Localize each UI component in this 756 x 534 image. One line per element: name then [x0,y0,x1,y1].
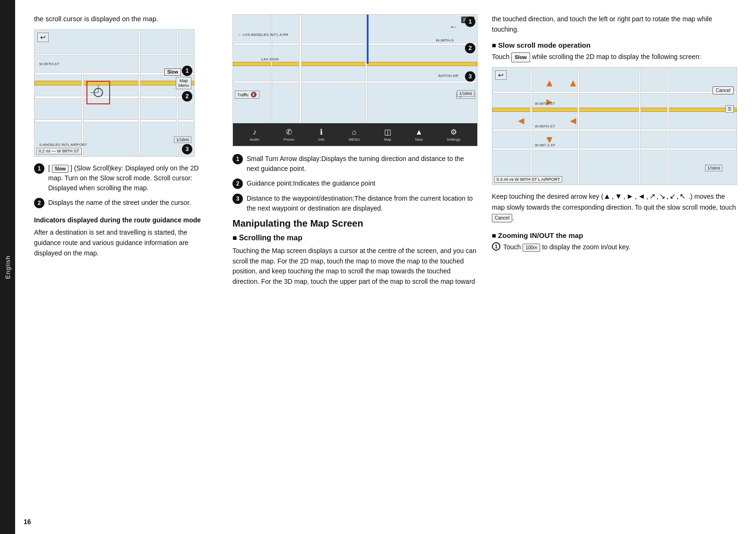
slow-scroll-text: Touch Slow while scrolling the 2D map to… [492,52,737,62]
zoom-circle-1: 1 [492,242,500,251]
bullet-2-text: Displays the name of the street under th… [48,198,191,208]
callout2-1: 1 [465,17,475,27]
bullet-2: 2 Displays the name of the street under … [34,198,214,208]
map-image-3: ↩ ▲ ▲ ► ◄ ▼ ◄ Cancel 1/16mi 0.3 mi vs W … [492,67,737,185]
col2-bullet-2-text: Guidance point:Indicates the guidance po… [247,178,375,188]
callout2-3: 3 [465,71,475,82]
col2-bullet-3: 3 Distance to the waypoint/destination:T… [232,194,478,213]
zoom-heading: Zooming IN/OUT the map [492,231,737,239]
column-3: the touched direction, and touch the lef… [492,14,737,515]
column-2: 250ft ← ← LOS ANGELES INT'L A RR W-98TH-… [232,14,478,515]
keep-touching-text: Keep touching the desired arrow key (▲,▼… [492,191,737,223]
callout2-2: 2 [465,43,475,53]
zoom-item-1: 1 Touch 100m to display the zoom in/out … [492,242,737,253]
zoom-section: Zooming IN/OUT the map 1 Touch 100m to d… [492,231,737,253]
col2-bullet-number-1: 1 [232,154,243,164]
col2-bullet-2: 2 Guidance point:Indicates the guidance … [232,178,478,189]
callout-3: 3 [182,144,192,154]
col2-bullet-number-2: 2 [232,178,243,189]
sidebar-language-label: English [4,255,11,279]
section-title-map: Manipulating the Map Screen [232,218,478,229]
scrolling-heading: Scrolling the map [232,234,478,242]
map-image-2: 250ft ← ← LOS ANGELES INT'L A RR W-98TH-… [232,14,478,146]
map-bottom-bar: ♪Audio ✆Phone ℹInfo ⌂MENU ◫Map ▲Navi ⚙Se… [233,123,477,146]
col1-intro-text: the scroll cursor is displayed on the ma… [34,14,214,25]
cancel-button[interactable]: Cancel [713,86,734,94]
column-1: the scroll cursor is displayed on the ma… [34,14,218,515]
sidebar: English [0,0,15,534]
callout-2: 2 [182,91,192,102]
col2-bullet-number-3: 3 [232,194,243,204]
main-content: the scroll cursor is displayed on the ma… [15,0,756,534]
scrolling-text: Touching the Map screen displays a curso… [232,246,478,287]
indicators-text: After a destination is set and travellin… [34,228,214,258]
callout-1: 1 [182,66,192,76]
page-number: 16 [24,518,31,526]
bullet-1: 1 [ Slow ] (Slow Scroll)key: Displayed o… [34,163,214,193]
col2-bullet-1-text: Small Turn Arrow display:Displays the tu… [247,154,478,174]
slow-scroll-heading: Slow scroll mode operation [492,41,737,49]
bullet-number-2: 2 [34,198,44,208]
col2-bullet-3-text: Distance to the waypoint/destination:The… [247,194,478,213]
bullet-1-text: [ Slow ] (Slow Scroll)key: Displayed onl… [48,163,214,193]
map-image-1: ↩ Slow W-96TH-ST S ANGELES INTL AIRPORT … [34,29,195,157]
col2-bullet-1: 1 Small Turn Arrow display:Displays the … [232,154,478,174]
zoom-text: Touch 100m to display the zoom in/out ke… [503,242,630,253]
col3-intro-text: the touched direction, and touch the lef… [492,14,737,34]
indicators-heading: Indicators displayed during the route gu… [34,216,214,225]
bullet-number-1: 1 [34,163,44,174]
